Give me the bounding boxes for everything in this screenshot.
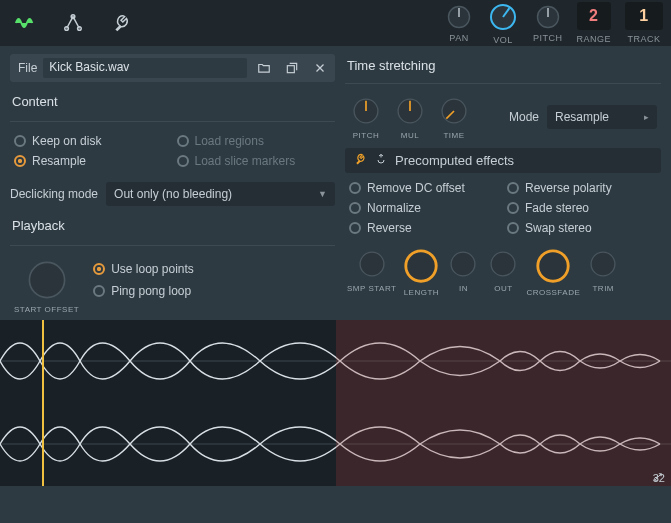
file-name-field[interactable]: Kick Basic.wav bbox=[43, 58, 247, 78]
reverse-option[interactable]: Reverse bbox=[349, 221, 499, 235]
range-label: RANGE bbox=[576, 34, 611, 44]
top-toolbar: PAN VOL PITCH 2 RANGE 1 TRACK bbox=[0, 0, 671, 46]
svg-rect-9 bbox=[287, 66, 294, 73]
divider bbox=[345, 83, 661, 84]
pan-knob[interactable]: PAN bbox=[445, 3, 473, 43]
wrench-icon[interactable] bbox=[353, 152, 367, 169]
playback-cursor[interactable] bbox=[42, 320, 44, 486]
resample-option[interactable]: Resample bbox=[14, 154, 169, 168]
detach-icon[interactable] bbox=[281, 58, 303, 78]
crossfade-knob[interactable]: CROSSFADE bbox=[526, 247, 580, 297]
divider bbox=[10, 121, 335, 122]
reset-icon[interactable] bbox=[375, 153, 387, 168]
ping-pong-option[interactable]: Ping pong loop bbox=[93, 284, 194, 298]
chevron-down-icon: ▼ bbox=[318, 189, 327, 199]
waveform-tab-icon[interactable] bbox=[8, 6, 42, 40]
svg-point-22 bbox=[452, 252, 476, 276]
file-bar: File Kick Basic.wav bbox=[10, 54, 335, 82]
track-label: TRACK bbox=[627, 34, 660, 44]
pan-label: PAN bbox=[449, 33, 468, 43]
ts-pitch-knob[interactable]: PITCH bbox=[349, 94, 383, 140]
zoom-indicator[interactable]: 32 bbox=[653, 472, 665, 484]
svg-point-10 bbox=[29, 262, 64, 297]
start-offset-knob[interactable]: START OFFSET bbox=[14, 258, 79, 314]
track-box[interactable]: 1 TRACK bbox=[625, 2, 663, 44]
normalize-option[interactable]: Normalize bbox=[349, 201, 499, 215]
fx-header: Precomputed effects bbox=[345, 148, 661, 173]
svg-point-28 bbox=[591, 252, 615, 276]
mode-label: Mode bbox=[509, 110, 539, 124]
file-label: File bbox=[18, 61, 37, 75]
loop-region-overlay[interactable] bbox=[336, 320, 672, 486]
range-value[interactable]: 2 bbox=[577, 2, 611, 30]
declicking-label: Declicking mode bbox=[10, 187, 98, 201]
pitch-knob[interactable]: PITCH bbox=[533, 3, 563, 43]
svg-point-20 bbox=[406, 251, 436, 281]
mode-select[interactable]: Resample▸ bbox=[547, 105, 657, 129]
vol-knob[interactable]: VOL bbox=[487, 1, 519, 45]
out-knob[interactable]: OUT bbox=[486, 247, 520, 297]
declicking-select[interactable]: Out only (no bleeding) ▼ bbox=[106, 182, 335, 206]
folder-icon[interactable] bbox=[253, 58, 275, 78]
svg-point-26 bbox=[538, 251, 568, 281]
fx-title: Precomputed effects bbox=[395, 153, 514, 168]
resize-icon bbox=[653, 472, 663, 482]
pitch-label: PITCH bbox=[533, 33, 563, 43]
keep-on-disk-option[interactable]: Keep on disk bbox=[14, 134, 169, 148]
swap-stereo-option[interactable]: Swap stereo bbox=[507, 221, 657, 235]
track-value[interactable]: 1 bbox=[625, 2, 663, 30]
in-knob[interactable]: IN bbox=[446, 247, 480, 297]
close-icon[interactable] bbox=[309, 58, 331, 78]
playback-title: Playback bbox=[12, 218, 335, 233]
waveform-display[interactable]: 32 bbox=[0, 320, 671, 486]
settings-tab-icon[interactable] bbox=[104, 6, 138, 40]
ts-time-knob[interactable]: TIME bbox=[437, 94, 471, 140]
use-loop-option[interactable]: Use loop points bbox=[93, 262, 194, 276]
reverse-polarity-option[interactable]: Reverse polarity bbox=[507, 181, 657, 195]
svg-point-24 bbox=[492, 252, 516, 276]
range-box[interactable]: 2 RANGE bbox=[576, 2, 611, 44]
envelope-tab-icon[interactable] bbox=[56, 6, 90, 40]
remove-dc-option[interactable]: Remove DC offset bbox=[349, 181, 499, 195]
ts-mul-knob[interactable]: MUL bbox=[393, 94, 427, 140]
length-knob[interactable]: LENGTH bbox=[402, 247, 440, 297]
load-regions-option[interactable]: Load regions bbox=[177, 134, 332, 148]
fade-stereo-option[interactable]: Fade stereo bbox=[507, 201, 657, 215]
divider bbox=[10, 245, 335, 246]
trim-knob[interactable]: TRIM bbox=[586, 247, 620, 297]
smp-start-knob[interactable]: SMP START bbox=[347, 247, 396, 297]
load-slice-option[interactable]: Load slice markers bbox=[177, 154, 332, 168]
chevron-down-icon: ▸ bbox=[644, 112, 649, 122]
time-stretch-title: Time stretching bbox=[347, 58, 661, 73]
svg-point-18 bbox=[360, 252, 384, 276]
content-title: Content bbox=[12, 94, 335, 109]
vol-label: VOL bbox=[493, 35, 513, 45]
